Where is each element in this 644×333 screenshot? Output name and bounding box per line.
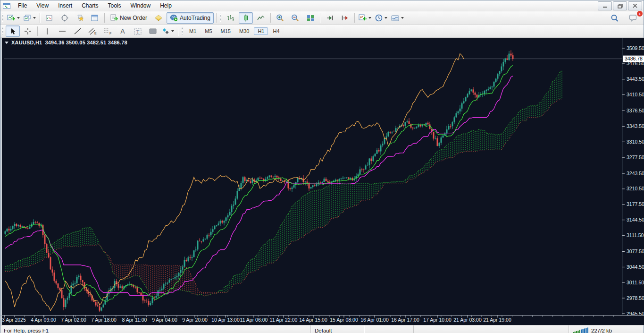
auto-scroll-icon	[326, 15, 334, 21]
periods-button[interactable]	[374, 12, 389, 24]
search-button[interactable]	[607, 12, 621, 24]
toolbar-grip[interactable]	[182, 27, 183, 35]
price-chart[interactable]: 3 Apr 20254 Apr 09:007 Apr 02:007 Apr 18…	[0, 38, 644, 325]
profiles-button[interactable]	[22, 12, 37, 24]
chart-ohlc-values: 3494.36 3500.05 3482.51 3486.78	[45, 40, 127, 45]
shapes-tool-button[interactable]	[146, 26, 160, 37]
equidistant-channel-tool-button[interactable]: E	[85, 26, 100, 37]
chart-window-left-edge	[0, 38, 2, 325]
restore-button[interactable]	[613, 1, 627, 10]
line-chart-button[interactable]	[254, 12, 268, 24]
toolbar-separator	[216, 13, 217, 23]
auto-scroll-button[interactable]	[323, 12, 337, 24]
svg-text:11 Apr 06:00: 11 Apr 06:00	[240, 317, 268, 323]
favorites-button[interactable]	[73, 12, 87, 24]
svg-text:2945.50: 2945.50	[627, 311, 644, 316]
templates-button[interactable]	[390, 12, 405, 24]
status-profile[interactable]: Default	[310, 325, 364, 333]
restore-icon	[618, 4, 623, 9]
menu-bar: File View Insert Charts Tools Window Hel…	[0, 0, 644, 11]
zoom-in-button[interactable]	[273, 12, 287, 24]
connection-traffic-text: 227/2 kb	[591, 328, 612, 333]
close-button[interactable]	[628, 1, 642, 10]
metaeditor-button[interactable]	[151, 12, 166, 24]
cursor-tool-button[interactable]	[6, 26, 20, 37]
chevron-down-icon	[171, 30, 174, 32]
menu-tools[interactable]: Tools	[103, 1, 126, 11]
candlestick-chart-button[interactable]	[239, 12, 253, 24]
tile-windows-button[interactable]	[303, 12, 318, 24]
timeframe-h1-button[interactable]: H1	[254, 27, 268, 35]
horizontal-line-tool-button[interactable]	[55, 26, 69, 37]
chart-collapse-icon[interactable]	[5, 42, 8, 44]
svg-text:3044.50: 3044.50	[627, 264, 644, 270]
cursor-icon	[10, 28, 16, 35]
current-price-badge: 3486.78	[623, 56, 644, 62]
crosshair-tool-button[interactable]	[21, 26, 35, 37]
indicators-button[interactable]	[357, 12, 373, 24]
chart-shift-icon	[341, 15, 349, 21]
minimize-button[interactable]	[598, 1, 612, 10]
fibonacci-tool-button[interactable]: F	[100, 26, 115, 37]
text-tool-icon: A	[120, 27, 125, 35]
menu-window[interactable]: Window	[126, 1, 156, 11]
zoom-in-icon	[276, 14, 284, 22]
svg-text:3443.50: 3443.50	[627, 76, 644, 82]
menu-charts[interactable]: Charts	[77, 1, 103, 11]
timeframe-m15-button[interactable]: M15	[217, 27, 234, 35]
arrows-tool-button[interactable]	[161, 26, 176, 37]
autotrading-button[interactable]: AutoTrading	[167, 12, 214, 24]
svg-text:11 Apr 22:00: 11 Apr 22:00	[270, 317, 298, 323]
close-icon	[633, 4, 637, 8]
navigator-button[interactable]	[88, 12, 102, 24]
bar-chart-button[interactable]	[224, 12, 238, 24]
menu-view[interactable]: View	[32, 1, 53, 11]
toolbar-grip[interactable]	[2, 27, 3, 35]
svg-text:3243.50: 3243.50	[627, 171, 644, 176]
svg-text:16 Apr 01:00: 16 Apr 01:00	[360, 317, 389, 323]
svg-text:17 Apr 10:00: 17 Apr 10:00	[423, 317, 452, 323]
text-label-tool-button[interactable]: T	[131, 26, 145, 37]
navigator-icon	[91, 15, 99, 22]
timeframe-m30-button[interactable]: M30	[235, 27, 253, 35]
arrows-icon	[162, 28, 169, 34]
channel-icon: E	[88, 28, 97, 35]
app-icon	[3, 3, 10, 9]
timeframe-h4-button[interactable]: H4	[269, 27, 283, 35]
new-chart-button[interactable]	[6, 12, 21, 24]
templates-icon	[391, 15, 399, 22]
vertical-line-tool-button[interactable]	[40, 26, 54, 37]
market-watch-button[interactable]	[42, 12, 57, 24]
autotrading-label: AutoTrading	[180, 15, 210, 21]
new-order-label: New Order	[120, 15, 147, 21]
new-order-button[interactable]: New Order	[107, 12, 151, 24]
toolbar-grip[interactable]	[2, 14, 3, 22]
toolbar-separator	[178, 26, 178, 36]
menu-help[interactable]: Help	[155, 1, 176, 11]
crosshair-icon	[24, 27, 32, 35]
svg-text:3011.50: 3011.50	[627, 280, 644, 285]
status-cell-empty	[413, 325, 569, 333]
svg-text:3210.50: 3210.50	[627, 186, 644, 191]
toolbar-grip[interactable]	[220, 14, 221, 22]
star-icon	[76, 14, 84, 22]
toolbar-separator	[320, 13, 320, 23]
data-window-button[interactable]	[58, 12, 72, 24]
zoom-out-button[interactable]	[288, 12, 302, 24]
trendline-tool-button[interactable]	[70, 26, 84, 37]
svg-text:F: F	[109, 32, 111, 35]
crosshair-circle-icon	[61, 14, 68, 22]
svg-text:14 Apr 15:00: 14 Apr 15:00	[299, 317, 327, 323]
notification-badge: 1	[636, 10, 643, 17]
notifications-button[interactable]: 1	[626, 12, 640, 24]
chart-area[interactable]: XAUUSD,H1 3494.36 3500.05 3482.51 3486.7…	[0, 38, 644, 325]
svg-text:3310.50: 3310.50	[627, 139, 644, 145]
chart-shift-button[interactable]	[338, 12, 352, 24]
menu-insert[interactable]: Insert	[53, 1, 77, 11]
svg-text:21 Apr 03:00: 21 Apr 03:00	[453, 317, 482, 323]
menu-file[interactable]: File	[13, 1, 32, 11]
text-tool-button[interactable]: A	[116, 26, 130, 37]
timeframe-m5-button[interactable]: M5	[201, 27, 216, 35]
timeframe-m1-button[interactable]: M1	[185, 27, 200, 35]
status-connection[interactable]: 227/2 kb	[569, 325, 644, 333]
